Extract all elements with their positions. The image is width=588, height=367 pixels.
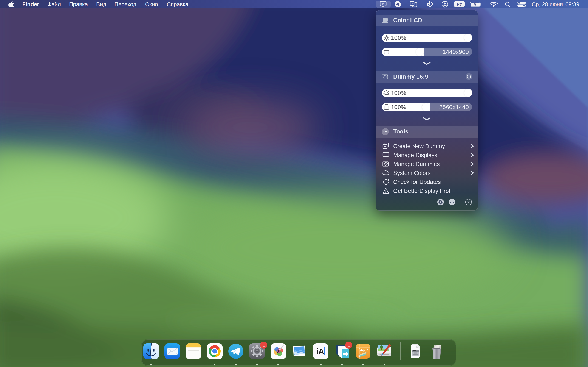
svg-text:iA: iA xyxy=(316,347,324,356)
svg-text:Logo: Logo xyxy=(358,347,368,352)
